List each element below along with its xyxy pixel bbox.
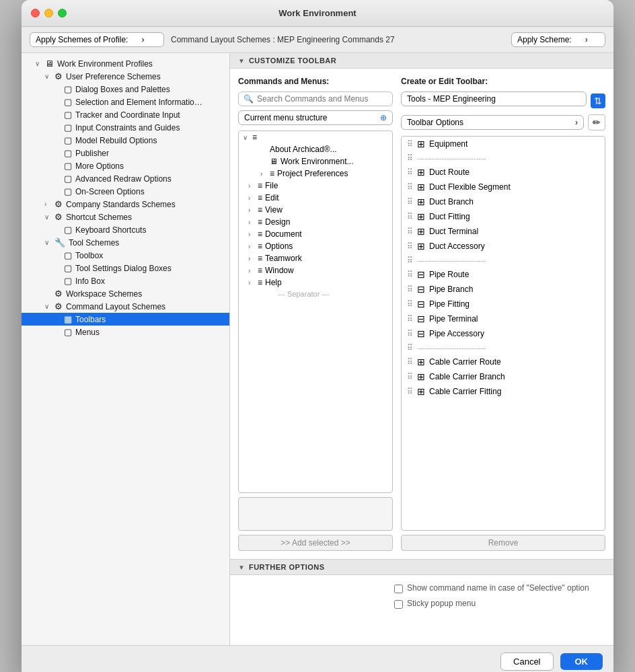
sidebar-item-input-constraints[interactable]: ▢ Input Constraints and Guides (22, 121, 229, 134)
tree-item-edit[interactable]: › ≡ Edit (239, 192, 392, 204)
remove-button[interactable]: Remove (401, 535, 605, 551)
list-item[interactable]: ⠿ ⊟ Pipe Terminal (402, 311, 605, 326)
list-item-sep2[interactable]: ⠿ ---------------------------- (402, 254, 605, 267)
sidebar-item-tool-settings[interactable]: ▢ Tool Settings Dialog Boxes (22, 262, 229, 274)
sidebar-item-work-env-profiles[interactable]: ∨ 🖥 Work Environment Profiles (22, 57, 229, 70)
toolbar-item-label: Pipe Route (429, 270, 469, 279)
toolbar-options-dropdown[interactable]: Toolbar Options › (401, 115, 584, 130)
section-collapse-icon[interactable]: ▼ (238, 57, 245, 65)
menu-structure-dropdown[interactable]: Current menu structure ⊕ (238, 110, 393, 125)
tree-item-file[interactable]: › ≡ File (239, 180, 392, 192)
pipe-terminal-icon: ⊟ (417, 313, 425, 324)
drag-handle-icon[interactable]: ⠿ (407, 227, 413, 236)
sidebar-item-command-layout[interactable]: ∨ ⚙ Command Layout Schemes (22, 300, 229, 313)
list-item[interactable]: ⠿ ⊞ Cable Carrier Fitting (402, 384, 605, 399)
drag-handle-icon[interactable]: ⠿ (407, 212, 413, 221)
drag-handle-icon[interactable]: ⠿ (407, 256, 413, 265)
list-item[interactable]: ⠿ ⊞ Duct Route (402, 165, 605, 180)
section-collapse-icon[interactable]: ▼ (238, 564, 245, 571)
sidebar-item-keyboard-shortcuts[interactable]: ▢ Keyboard Shortcuts (22, 223, 229, 236)
drag-handle-icon[interactable]: ⠿ (407, 357, 413, 367)
add-selected-button[interactable]: >> Add selected >> (238, 535, 393, 551)
drag-handle-icon[interactable]: ⠿ (407, 343, 413, 352)
sidebar-label: Tracker and Coordinate Input (75, 110, 180, 120)
drag-handle-icon[interactable]: ⠿ (407, 270, 413, 279)
sidebar-item-workspace-schemes[interactable]: ⚙ Workspace Schemes (22, 287, 229, 300)
toolbar-items-list[interactable]: ⠿ ⊞ Equipment ⠿ ------------------------… (401, 136, 605, 531)
sidebar-item-user-pref-schemes[interactable]: ∨ ⚙ User Preference Schemes (22, 70, 229, 83)
sidebar-item-dialog-boxes[interactable]: ▢ Dialog Boxes and Palettes (22, 83, 229, 96)
drag-handle-icon[interactable]: ⠿ (407, 329, 413, 338)
apply-scheme-button[interactable]: Apply Scheme: › (511, 32, 605, 47)
sidebar-item-tool-schemes[interactable]: ∨ 🔧 Tool Schemes (22, 236, 229, 249)
toolbar-item-label: Cable Carrier Route (429, 357, 501, 367)
list-item[interactable]: ⠿ ⊟ Pipe Branch (402, 282, 605, 297)
drag-handle-icon[interactable]: ⠿ (407, 241, 413, 251)
cancel-button[interactable]: Cancel (500, 652, 553, 671)
minimize-button[interactable] (44, 9, 53, 17)
sidebar-item-menus[interactable]: ▢ Menus (22, 326, 229, 338)
list-item-sep1[interactable]: ⠿ ---------------------------- (402, 151, 605, 165)
sidebar-item-model-rebuild[interactable]: ▢ Model Rebuild Options (22, 134, 229, 147)
show-command-name-checkbox[interactable] (394, 585, 403, 593)
drag-handle-icon[interactable]: ⠿ (407, 153, 413, 163)
sidebar-item-company-standards[interactable]: › ⚙ Company Standards Schemes (22, 198, 229, 211)
drag-handle-icon[interactable]: ⠿ (407, 387, 413, 396)
tree-item-separator[interactable]: --- Separator --- (239, 289, 392, 299)
ok-button[interactable]: OK (560, 653, 603, 670)
sidebar-item-toolbars[interactable]: ▦ Toolbars (22, 313, 229, 326)
list-item[interactable]: ⠿ ⊟ Pipe Accessory (402, 326, 605, 341)
tree-item-options[interactable]: › ≡ Options (239, 240, 392, 252)
drag-handle-icon[interactable]: ⠿ (407, 139, 413, 149)
sidebar-item-more-options[interactable]: ▢ More Options (22, 159, 229, 172)
drop-area (238, 497, 393, 531)
edit-toolbar-button[interactable]: ✏ (588, 114, 605, 130)
drag-handle-icon[interactable]: ⠿ (407, 197, 413, 207)
tree-item-window[interactable]: › ≡ Window (239, 264, 392, 276)
tree-item-design[interactable]: › ≡ Design (239, 216, 392, 228)
list-item[interactable]: ⠿ ⊞ Equipment (402, 137, 605, 151)
tree-item-teamwork[interactable]: › ≡ Teamwork (239, 252, 392, 264)
list-item[interactable]: ⠿ ⊞ Duct Fitting (402, 209, 605, 224)
sidebar-item-info-box[interactable]: ▢ Info Box (22, 274, 229, 287)
list-item[interactable]: ⠿ ⊟ Pipe Fitting (402, 297, 605, 311)
sidebar-item-on-screen[interactable]: ▢ On-Screen Options (22, 185, 229, 198)
sticky-popup-checkbox[interactable] (394, 600, 403, 609)
list-item[interactable]: ⠿ ⊟ Pipe Route (402, 267, 605, 282)
drag-handle-icon[interactable]: ⠿ (407, 182, 413, 192)
duct-fitting-icon: ⊞ (417, 211, 425, 222)
tree-item-project-prefs[interactable]: › ≡ Project Preferences (239, 167, 392, 180)
drag-handle-icon[interactable]: ⠿ (407, 299, 413, 309)
list-item[interactable]: ⠿ ⊞ Duct Flexible Segment (402, 180, 605, 194)
sidebar-item-toolbox[interactable]: ▢ Toolbox (22, 249, 229, 262)
drag-handle-icon[interactable]: ⠿ (407, 167, 413, 177)
sidebar-item-advanced-redraw[interactable]: ▢ Advanced Redraw Options (22, 172, 229, 185)
list-item[interactable]: ⠿ ⊞ Cable Carrier Branch (402, 369, 605, 384)
toolbar-name-dropdown[interactable]: Tools - MEP Engineering (401, 91, 587, 106)
toolbar-selector-button[interactable]: ⇅ (591, 94, 605, 108)
list-item-sep3[interactable]: ⠿ ---------------------------- (402, 341, 605, 354)
list-item[interactable]: ⠿ ⊞ Duct Branch (402, 194, 605, 209)
tree-item-work-env[interactable]: 🖥 Work Environment... (239, 155, 392, 167)
chevron-icon: ∨ (243, 134, 252, 141)
commands-tree[interactable]: ∨ ≡ About Archicad®... 🖥 Work Environmen… (238, 130, 393, 493)
drag-handle-icon[interactable]: ⠿ (407, 285, 413, 294)
sidebar-item-publisher[interactable]: ▢ Publisher (22, 147, 229, 159)
sidebar-item-shortcut-schemes[interactable]: ∨ ⚙ Shortcut Schemes (22, 211, 229, 223)
apply-schemes-button[interactable]: Apply Schemes of Profile: › (30, 32, 164, 47)
search-input[interactable] (257, 94, 387, 104)
close-button[interactable] (31, 9, 40, 17)
list-item[interactable]: ⠿ ⊞ Duct Accessory (402, 239, 605, 254)
sidebar-item-selection-element[interactable]: ▢ Selection and Element Informatio… (22, 96, 229, 108)
sidebar-item-tracker-coord[interactable]: ▢ Tracker and Coordinate Input (22, 108, 229, 121)
drag-handle-icon[interactable]: ⠿ (407, 314, 413, 324)
tree-item-root[interactable]: ∨ ≡ (239, 131, 392, 143)
list-item[interactable]: ⠿ ⊞ Cable Carrier Route (402, 354, 605, 369)
drag-handle-icon[interactable]: ⠿ (407, 372, 413, 381)
maximize-button[interactable] (58, 9, 67, 17)
tree-item-about[interactable]: About Archicad®... (239, 143, 392, 155)
list-item[interactable]: ⠿ ⊞ Duct Terminal (402, 224, 605, 239)
tree-item-help[interactable]: › ≡ Help (239, 276, 392, 289)
tree-item-document[interactable]: › ≡ Document (239, 228, 392, 240)
tree-item-view[interactable]: › ≡ View (239, 204, 392, 216)
